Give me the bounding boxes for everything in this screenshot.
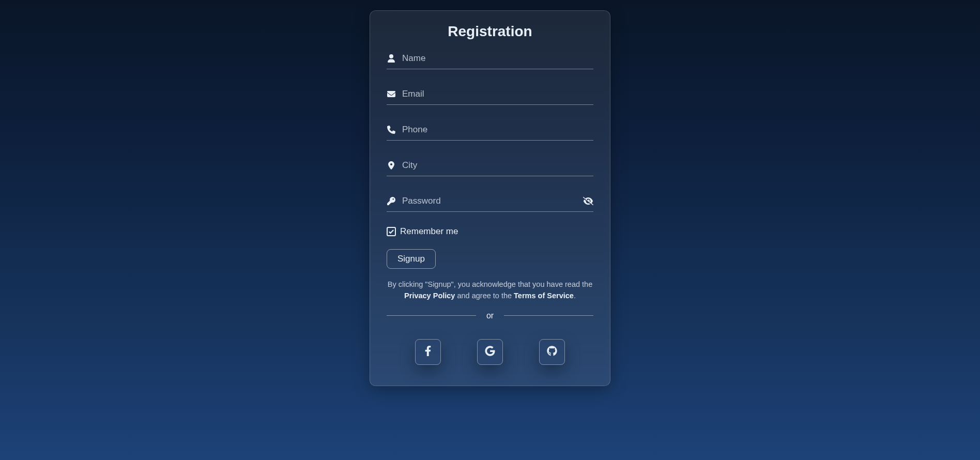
city-field-wrapper [387,155,593,176]
terms-of-service-link[interactable]: Terms of Service [514,292,574,300]
envelope-icon [387,89,396,99]
remember-row: Remember me [387,226,593,237]
google-button[interactable] [477,339,503,365]
registration-card: Registration [370,10,610,386]
facebook-icon [423,346,433,358]
phone-field-wrapper [387,119,593,141]
disclaimer-before: By clicking "Signup", you acknowledge th… [388,280,592,288]
password-input[interactable] [396,196,583,206]
divider-line-right [504,315,593,316]
email-input[interactable] [396,89,593,99]
name-field-wrapper [387,48,593,69]
disclaimer-after: . [574,292,576,300]
email-field-wrapper [387,84,593,105]
name-input[interactable] [396,53,593,64]
divider-text: or [483,311,497,320]
github-icon [547,346,557,358]
remember-label[interactable]: Remember me [400,226,458,237]
social-row [387,339,593,365]
city-input[interactable] [396,160,593,171]
github-button[interactable] [539,339,565,365]
user-icon [387,54,396,63]
location-icon [387,161,396,170]
password-field-wrapper [387,191,593,212]
signup-button[interactable]: Signup [387,249,436,269]
disclaimer-text: By clicking "Signup", you acknowledge th… [387,279,593,302]
eye-slash-icon[interactable] [583,196,593,206]
disclaimer-middle: and agree to the [455,292,514,300]
divider-line-left [387,315,476,316]
divider: or [387,311,593,320]
phone-icon [387,125,396,134]
google-icon [485,346,495,358]
page-title: Registration [387,23,593,40]
key-icon [387,196,396,206]
privacy-policy-link[interactable]: Privacy Policy [404,292,455,300]
phone-input[interactable] [396,125,593,135]
facebook-button[interactable] [415,339,441,365]
remember-checkbox[interactable] [387,227,396,236]
